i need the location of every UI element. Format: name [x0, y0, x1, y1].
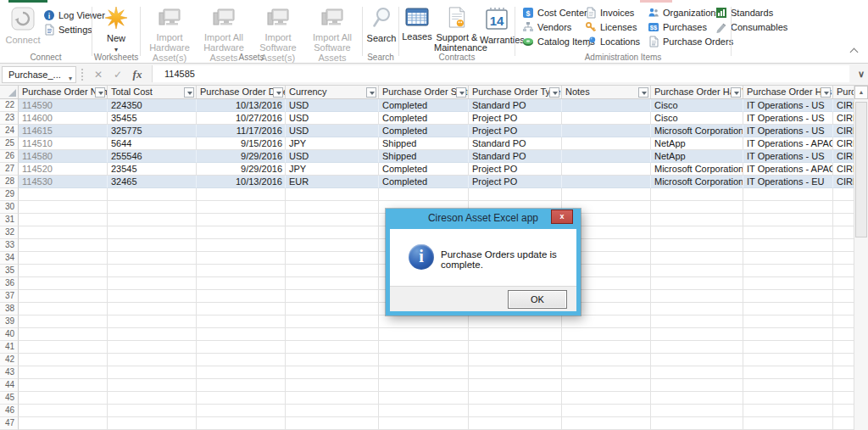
- cell[interactable]: [651, 354, 743, 366]
- cell[interactable]: Project PO: [469, 112, 562, 125]
- cell[interactable]: 114510: [19, 137, 108, 150]
- cell[interactable]: [108, 239, 197, 252]
- cell[interactable]: Completed: [379, 125, 469, 137]
- cell[interactable]: [469, 341, 562, 354]
- cell[interactable]: [562, 137, 651, 150]
- cell[interactable]: IT Operations - EU: [743, 176, 833, 188]
- cell[interactable]: [651, 265, 743, 277]
- cell[interactable]: [108, 405, 197, 417]
- cell[interactable]: [19, 265, 108, 277]
- cell[interactable]: [743, 341, 833, 354]
- cell[interactable]: [19, 252, 108, 265]
- cell[interactable]: Completed: [379, 163, 469, 176]
- cell[interactable]: [19, 277, 108, 290]
- cell[interactable]: JPY: [286, 137, 379, 150]
- cell[interactable]: [286, 252, 379, 265]
- cell[interactable]: 10/13/2016: [197, 176, 286, 188]
- cell[interactable]: [286, 354, 379, 366]
- row-header[interactable]: 31: [0, 214, 19, 226]
- scrollbar-thumb[interactable]: [855, 102, 867, 237]
- cell[interactable]: Standard PO: [469, 150, 562, 163]
- cell[interactable]: [108, 303, 197, 316]
- cell[interactable]: [286, 226, 379, 239]
- ok-button[interactable]: OK: [508, 290, 567, 309]
- formula-input[interactable]: 114585: [152, 65, 849, 82]
- cell[interactable]: [286, 239, 379, 252]
- cell[interactable]: [108, 188, 197, 201]
- cost-centers-button[interactable]: $ Cost Centers: [522, 7, 592, 19]
- filter-dropdown-button[interactable]: [366, 87, 376, 98]
- cell[interactable]: [743, 417, 833, 430]
- cell[interactable]: [651, 316, 743, 328]
- cell[interactable]: [651, 366, 743, 379]
- cell[interactable]: [197, 328, 286, 341]
- cell[interactable]: [286, 265, 379, 277]
- cell[interactable]: IT Operations - US: [743, 99, 833, 112]
- cell[interactable]: [19, 366, 108, 379]
- cell[interactable]: [108, 201, 197, 214]
- cell[interactable]: [651, 226, 743, 239]
- cancel-icon[interactable]: ✕: [90, 67, 107, 82]
- cell[interactable]: [743, 226, 833, 239]
- cell[interactable]: Project PO: [469, 125, 562, 137]
- cell[interactable]: [469, 328, 562, 341]
- cell[interactable]: [286, 328, 379, 341]
- cell[interactable]: [286, 201, 379, 214]
- row-header[interactable]: 22: [0, 99, 19, 112]
- cell[interactable]: 114600: [19, 112, 108, 125]
- cell[interactable]: [743, 303, 833, 316]
- catalog-items-button[interactable]: Catalog Items: [522, 36, 595, 47]
- search-button[interactable]: Search: [364, 6, 398, 43]
- cell[interactable]: 224350: [108, 99, 197, 112]
- cell[interactable]: [743, 214, 833, 226]
- cell[interactable]: [286, 188, 379, 201]
- formula-bar-grip[interactable]: [81, 69, 83, 81]
- cell[interactable]: [562, 341, 651, 354]
- cell[interactable]: [651, 392, 743, 405]
- cell[interactable]: [108, 328, 197, 341]
- row-header[interactable]: 27: [0, 163, 19, 176]
- cell[interactable]: [469, 417, 562, 430]
- cell[interactable]: [651, 201, 743, 214]
- row-header[interactable]: 40: [0, 328, 19, 341]
- licenses-button[interactable]: Licenses: [585, 21, 637, 33]
- cell[interactable]: USD: [286, 112, 379, 125]
- cell[interactable]: Standard PO: [469, 99, 562, 112]
- cell[interactable]: [379, 316, 469, 328]
- cell[interactable]: [19, 201, 108, 214]
- cell[interactable]: [469, 379, 562, 392]
- cell[interactable]: [19, 303, 108, 316]
- cell[interactable]: IT Operations - APAC: [743, 163, 833, 176]
- cell[interactable]: [19, 214, 108, 226]
- cell[interactable]: [562, 112, 651, 125]
- row-header[interactable]: 32: [0, 226, 19, 239]
- cell[interactable]: Completed: [379, 112, 469, 125]
- cell[interactable]: [286, 316, 379, 328]
- cell[interactable]: [197, 316, 286, 328]
- cell[interactable]: [197, 366, 286, 379]
- cell[interactable]: [197, 290, 286, 303]
- cell[interactable]: [286, 214, 379, 226]
- row-header[interactable]: 25: [0, 137, 19, 150]
- cell[interactable]: [286, 290, 379, 303]
- settings-button[interactable]: Settings: [43, 24, 92, 36]
- cell[interactable]: [562, 150, 651, 163]
- cell[interactable]: [108, 277, 197, 290]
- filter-dropdown-button[interactable]: [184, 87, 194, 98]
- cell[interactable]: [562, 354, 651, 366]
- cell[interactable]: [19, 354, 108, 366]
- cell[interactable]: [562, 188, 651, 201]
- cell[interactable]: [379, 341, 469, 354]
- cell[interactable]: [286, 392, 379, 405]
- cell[interactable]: [651, 303, 743, 316]
- cell[interactable]: [286, 379, 379, 392]
- cell[interactable]: [651, 277, 743, 290]
- cell[interactable]: [108, 341, 197, 354]
- filter-dropdown-button[interactable]: [456, 87, 466, 98]
- cell[interactable]: [562, 379, 651, 392]
- column-header[interactable]: Currency: [286, 86, 379, 98]
- standards-button[interactable]: Standards: [715, 7, 773, 19]
- cell[interactable]: [108, 265, 197, 277]
- cell[interactable]: IT Operations - US: [743, 150, 833, 163]
- cell[interactable]: 325775: [108, 125, 197, 137]
